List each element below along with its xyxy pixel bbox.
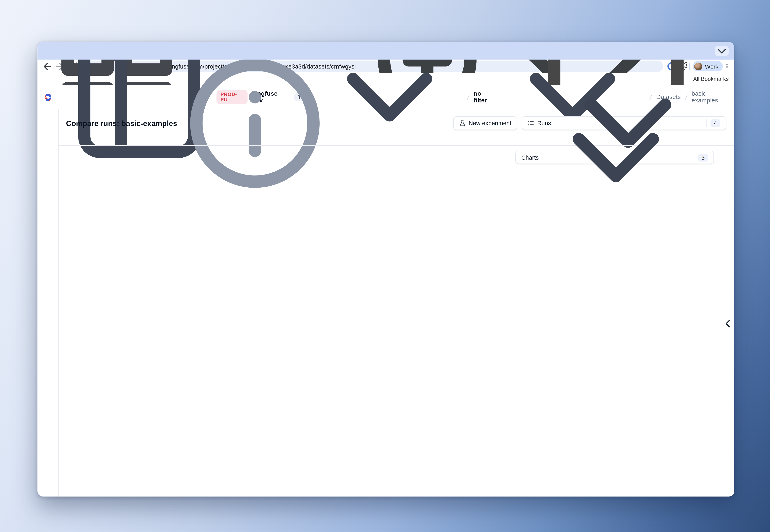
button-divider: [706, 119, 706, 127]
minimize-window-button[interactable]: [56, 48, 61, 54]
charts-dropdown-label: Charts: [521, 154, 539, 161]
main-content: Compare runs: basic-examples New experim…: [59, 109, 734, 496]
langfuse-app: PROD-EU langfuse-dev Team / no-filter / …: [37, 85, 734, 496]
langfuse-logo-icon[interactable]: [43, 92, 53, 102]
project-name[interactable]: no-filter: [473, 90, 496, 104]
panel-collapse-gutter: [721, 146, 734, 496]
desktop: cloud.langfuse.com/project/cmfwgv8fx002o…: [0, 0, 770, 532]
flask-icon: [459, 120, 465, 126]
new-experiment-label: New experiment: [469, 120, 511, 127]
browser-window: cloud.langfuse.com/project/cmfwgv8fx002o…: [37, 42, 734, 496]
close-window-button[interactable]: [46, 48, 52, 54]
sidebar-logo-cell: [37, 85, 59, 109]
zoom-window-button[interactable]: [65, 48, 70, 54]
new-experiment-button[interactable]: New experiment: [453, 116, 517, 130]
charts-count-badge: 3: [698, 154, 708, 161]
list-icon: [527, 120, 534, 126]
charts-panel: Charts 3: [59, 146, 722, 496]
chevron-down-icon: [715, 44, 729, 58]
tab-search-button[interactable]: [715, 46, 729, 56]
charts-dropdown-button[interactable]: Charts 3: [515, 151, 714, 164]
page-title: Compare runs: basic-examples: [66, 119, 177, 127]
chevron-down-icon: [542, 84, 690, 231]
window-controls: [46, 48, 71, 54]
button-divider: [694, 154, 694, 161]
sidebar-rail: [37, 109, 59, 496]
runs-count-badge: 4: [710, 119, 720, 127]
tabs-row: [79, 42, 687, 60]
browser-tab-strip: [37, 42, 734, 60]
breadcrumb-slash: /: [466, 93, 470, 101]
collapse-panel-icon[interactable]: [721, 151, 734, 496]
